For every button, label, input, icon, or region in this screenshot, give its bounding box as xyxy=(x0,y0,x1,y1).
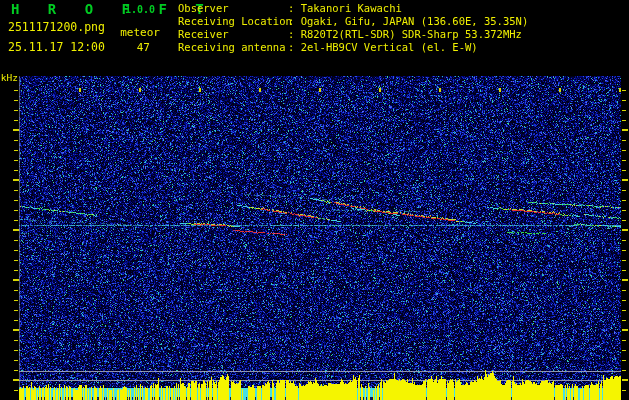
info-row: Receiver: R820T2(RTL-SDR) SDR-Sharp 53.3… xyxy=(178,28,528,41)
y-axis-unit-label: kHz xyxy=(1,72,18,83)
info-label: Observer xyxy=(178,2,288,15)
info-label: Receiving Location xyxy=(178,15,288,28)
info-value: : Ogaki, Gifu, JAPAN (136.60E, 35.35N) xyxy=(288,15,528,27)
frame-datetime: 25.11.17 12:00 xyxy=(8,40,105,54)
info-value: : Takanori Kawachi xyxy=(288,2,402,14)
hrofft-window: H R O F F T 1.0.0 2511171200.png meteor … xyxy=(0,0,629,400)
info-row: Receiving Location: Ogaki, Gifu, JAPAN (… xyxy=(178,15,528,28)
app-version: 1.0.0 xyxy=(125,4,155,15)
echo-count: 47 xyxy=(137,41,150,54)
info-row: Observer: Takanori Kawachi xyxy=(178,2,528,15)
info-row: Receiving antenna: 2el-HB9CV Vertical (e… xyxy=(178,41,528,54)
spectrogram-canvas xyxy=(0,0,629,400)
info-value: : 2el-HB9CV Vertical (el. E-W) xyxy=(288,41,478,53)
mode-label: meteor xyxy=(120,26,160,39)
info-label: Receiver xyxy=(178,28,288,41)
station-info-block: Observer: Takanori KawachiReceiving Loca… xyxy=(178,2,528,54)
info-label: Receiving antenna xyxy=(178,41,288,54)
info-value: : R820T2(RTL-SDR) SDR-Sharp 53.372MHz xyxy=(288,28,522,40)
output-filename: 2511171200.png xyxy=(8,20,105,34)
